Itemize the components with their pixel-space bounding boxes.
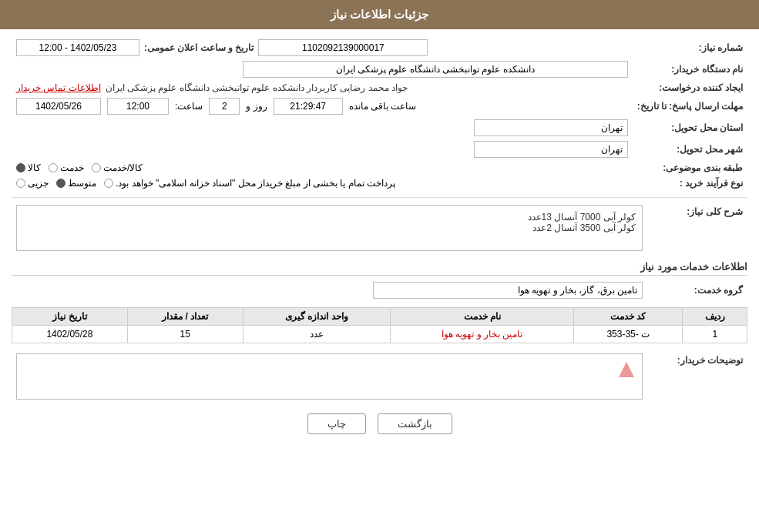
time-row: ساعت باقی مانده 21:29:47 روز و 2 ساعت: 1… [16,98,628,115]
radio-kala[interactable]: کالا [16,162,41,173]
group-row: گروه خدمت: تامین برق، گاز، بخار و تهویه … [12,279,747,301]
shomara-value: 1102092139000017 [258,39,428,56]
col-nam: نام خدمت [391,308,574,326]
tvsiyat-row: توضیحات خریدار: [12,351,747,402]
khadamat-table: گروه خدمت: تامین برق، گاز، بخار و تهویه … [12,279,747,301]
cell-kod: ت -35-353 [574,326,683,343]
cell-nam: تامین بخار و تهویه هوا [391,326,574,343]
table-row: 1ت -35-353تامین بخار و تهویه هواعدد15140… [12,326,747,343]
button-row: بازگشت چاپ [12,413,747,446]
page-title: جزئیات اطلاعات نیاز [331,8,428,21]
info-table: شماره نیاز: 1102092139000017 تاریخ و ساع… [12,37,747,191]
shahr-label: شهر محل تحویل: [633,139,747,160]
roz-label: روز و [246,101,267,112]
row-ijad: ایجاد کننده درخواست: جواد محمد رضایی کار… [12,80,747,95]
radio-motavasset[interactable]: متوسط [56,178,96,189]
separator-1 [12,197,747,198]
cell-radif: 1 [683,326,747,343]
sharh-line1: کولر آبی 7000 آنسال 13عدد [23,212,636,223]
row-shahr: شهر محل تحویل: تهران [12,139,747,160]
tvsiyat-label: توضیحات خریدار: [647,351,747,402]
group-val: تامین برق، گاز، بخار و تهویه هوا [373,282,643,299]
row-mohlat: مهلت ارسال پاسخ: تا تاریخ: ساعت باقی مان… [12,95,747,117]
svg-marker-0 [619,362,634,377]
khadamat-title: اطلاعات خدمات مورد نیاز [12,261,747,276]
remaining-label: ساعت باقی مانده [349,101,417,112]
col-vahed: واحد اندازه گیری [243,308,391,326]
nooe-label: نوع فرآیند خرید : [633,176,747,191]
services-data-table: ردیف کد خدمت نام خدمت واحد اندازه گیری ت… [12,307,747,343]
shahr-val: تهران [474,141,628,158]
radio-khedmat-circle [49,163,58,172]
date-val: 1402/05/26 [16,98,101,115]
ijad-value: جواد محمد رضایی کاربردار دانشکده علوم تو… [106,82,408,93]
ostan-label: استان محل تحویل: [633,117,747,139]
cell-tedad: 15 [127,326,243,343]
sharh-row: شرح کلی نیاز: کولر آبی 7000 آنسال 13عدد … [12,202,747,253]
watermark-arrow [615,358,638,381]
col-radif: ردیف [683,308,747,326]
row-shomara: شماره نیاز: 1102092139000017 تاریخ و ساع… [12,37,747,59]
row-ostan: استان محل تحویل: تهران [12,117,747,139]
ostan-val: تهران [474,119,628,136]
shomara-row: 1102092139000017 تاریخ و ساعت اعلان عموم… [16,39,628,56]
tarikh-label: تاریخ و ساعت اعلان عمومی: [144,42,254,53]
nooe-radios: پرداخت تمام یا بخشی از مبلغ خریداز محل "… [16,178,628,189]
tvsiyat-box[interactable] [16,353,643,400]
ijad-label: ایجاد کننده درخواست: [633,80,747,95]
radio-pardakht-circle [104,179,113,188]
cell-vahed: عدد [243,326,391,343]
radio-kala-circle [16,163,25,172]
radio-jozi[interactable]: جزیی [16,178,49,189]
sharh-line2: کولر آبی 3500 آنسال 2عدد [23,223,636,233]
col-kod: کد خدمت [574,308,683,326]
col-tedad: تعداد / مقدار [127,308,243,326]
shomara-label: شماره نیاز: [633,37,747,59]
col-tarikh: تاریخ نیاز [12,308,128,326]
radio-jozi-circle [16,179,25,188]
tarikh-value: 1402/05/23 - 12:00 [16,39,139,56]
print-button[interactable]: چاپ [307,413,366,434]
page-wrapper: جزئیات اطلاعات نیاز شماره نیاز: 11020921… [0,0,759,532]
back-button[interactable]: بازگشت [378,413,452,434]
table-body: 1ت -35-353تامین بخار و تهویه هواعدد15140… [12,326,747,343]
tabaqe-label: طبقه بندی موضوعی: [633,160,747,176]
contact-link[interactable]: اطلاعات تماس خریدار [16,82,101,93]
header-bar: جزئیات اطلاعات نیاز [0,0,759,29]
row-dastgah: نام دستگاه خریدار: دانشکده علوم توانبخشی… [12,59,747,80]
tvsiyat-table: توضیحات خریدار: [12,351,747,402]
remaining-val: 21:29:47 [274,98,343,115]
sharh-box: کولر آبی 7000 آنسال 13عدد کولر آبی 3500 … [16,205,643,251]
radio-kala-khedmat-circle [92,163,101,172]
dastgah-value: دانشکده علوم توانبخشی دانشگاه علوم پزشکی… [243,61,628,78]
row-nooe: نوع فرآیند خرید : پرداخت تمام یا بخشی از… [12,176,747,191]
ijad-row: جواد محمد رضایی کاربردار دانشکده علوم تو… [16,82,628,93]
table-head: ردیف کد خدمت نام خدمت واحد اندازه گیری ت… [12,308,747,326]
sharh-table: شرح کلی نیاز: کولر آبی 7000 آنسال 13عدد … [12,202,747,253]
saat-label: ساعت: [175,101,203,112]
sharh-label: شرح کلی نیاز: [647,202,747,253]
saat-val: 12:00 [107,98,169,115]
radio-pardakht[interactable]: پرداخت تمام یا بخشی از مبلغ خریداز محل "… [104,178,395,189]
cell-tarikh: 1402/05/28 [12,326,128,343]
radio-kala-khedmat[interactable]: کالا/خدمت [92,162,143,173]
radio-khedmat[interactable]: خدمت [49,162,84,173]
dastgah-label: نام دستگاه خریدار: [633,59,747,80]
mohlat-label: مهلت ارسال پاسخ: تا تاریخ: [633,95,747,117]
roz-val: 2 [209,98,240,115]
main-content: شماره نیاز: 1102092139000017 تاریخ و ساع… [0,29,759,453]
tabaqe-radios: کالا/خدمت خدمت کالا [16,162,628,173]
table-header-row: ردیف کد خدمت نام خدمت واحد اندازه گیری ت… [12,308,747,326]
radio-motavasset-circle [56,179,65,188]
row-tabaqe: طبقه بندی موضوعی: کالا/خدمت خدمت کالا [12,160,747,176]
group-label: گروه خدمت: [647,279,747,301]
